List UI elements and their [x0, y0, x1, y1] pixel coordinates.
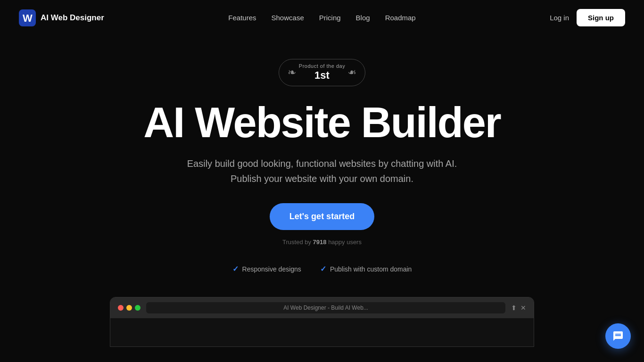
check-icon-domain: ✓ [320, 264, 326, 273]
features-row: ✓ Responsive designs ✓ Publish with cust… [232, 264, 412, 273]
browser-bar: AI Web Designer - Build AI Web... ⬆ ✕ [110, 297, 534, 318]
badge-wrapper: ❧ Product of the day 1st ❧ [279, 59, 365, 86]
cta-button[interactable]: Let's get started [270, 203, 374, 230]
nav-actions: Log in Sign up [550, 9, 625, 26]
hero-subheadline: Easily build good looking, functional we… [181, 156, 463, 186]
hero-headline: AI Website Builder [143, 100, 500, 145]
laurel-right-icon: ❧ [348, 67, 356, 78]
logo-icon: W [19, 9, 36, 26]
browser-share-icon: ⬆ [511, 304, 517, 312]
signup-button[interactable]: Sign up [577, 9, 625, 26]
nav-links: Features Showcase Pricing Blog Roadmap [228, 14, 415, 22]
browser-mockup: AI Web Designer - Build AI Web... ⬆ ✕ [110, 297, 534, 347]
nav-link-roadmap[interactable]: Roadmap [385, 14, 416, 22]
dot-close [118, 305, 124, 311]
browser-actions: ⬆ ✕ [511, 304, 526, 312]
browser-dots [118, 305, 140, 311]
logo[interactable]: W AI Web Designer [19, 9, 104, 26]
check-icon-responsive: ✓ [232, 264, 239, 273]
feature-responsive: ✓ Responsive designs [232, 264, 301, 273]
nav-link-features[interactable]: Features [228, 14, 256, 22]
product-of-day-badge: ❧ Product of the day 1st ❧ [279, 59, 365, 86]
feature-label-responsive: Responsive designs [242, 265, 301, 273]
dot-maximize [135, 305, 140, 311]
svg-text:W: W [23, 12, 33, 24]
laurel-left-icon: ❧ [288, 67, 296, 78]
feature-custom-domain: ✓ Publish with custom domain [320, 264, 412, 273]
browser-url-bar[interactable]: AI Web Designer - Build AI Web... [146, 302, 505, 313]
badge-label: Product of the day [299, 63, 345, 69]
nav-link-pricing[interactable]: Pricing [319, 14, 341, 22]
browser-close-icon: ✕ [520, 304, 526, 312]
badge-text: Product of the day 1st [299, 63, 345, 82]
logo-text: AI Web Designer [41, 13, 104, 23]
chat-support-button[interactable] [605, 323, 631, 349]
nav-link-blog[interactable]: Blog [356, 14, 370, 22]
badge-rank: 1st [314, 69, 330, 82]
trust-text: Trusted by 7918 happy users [282, 239, 362, 246]
chat-icon [612, 330, 624, 342]
trust-suffix: happy users [328, 239, 362, 246]
browser-content [110, 318, 534, 346]
trust-count: 7918 [313, 239, 329, 246]
hero-section: ❧ Product of the day 1st ❧ AI Website Bu… [0, 35, 644, 347]
nav-link-showcase[interactable]: Showcase [272, 14, 304, 22]
trust-label: Trusted by [282, 239, 313, 246]
login-button[interactable]: Log in [550, 14, 569, 22]
navbar: W AI Web Designer Features Showcase Pric… [0, 0, 644, 35]
feature-label-domain: Publish with custom domain [330, 265, 412, 273]
dot-minimize [126, 305, 132, 311]
